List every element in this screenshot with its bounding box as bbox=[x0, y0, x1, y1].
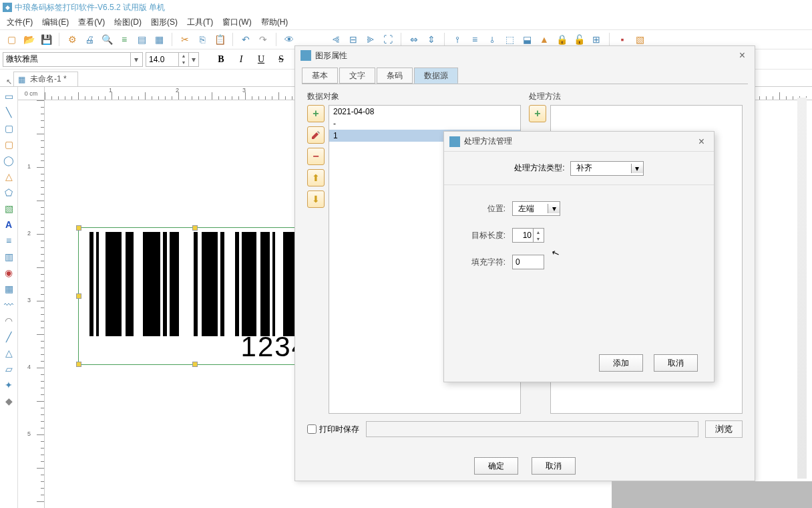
length-spinner[interactable]: ▲▼ bbox=[533, 229, 543, 242]
gear-icon[interactable]: ⚙ bbox=[65, 32, 79, 47]
bold-button[interactable]: B bbox=[212, 52, 230, 67]
fit-icon[interactable]: ⛶ bbox=[381, 32, 395, 47]
tool-rrect-icon[interactable]: ▢ bbox=[2, 138, 15, 151]
menu-file[interactable]: 文件(F) bbox=[3, 17, 37, 28]
tool-more-icon[interactable]: ◆ bbox=[2, 394, 15, 408]
new-icon[interactable]: ▢ bbox=[4, 32, 19, 47]
fill-input[interactable] bbox=[512, 255, 544, 269]
tab-barcode[interactable]: 条码 bbox=[377, 68, 413, 84]
size-input[interactable] bbox=[146, 53, 178, 66]
grid-icon[interactable]: ▦ bbox=[152, 32, 166, 47]
add-process-button[interactable]: + bbox=[529, 105, 546, 122]
snap-icon[interactable]: ⊞ bbox=[589, 32, 604, 47]
tool-diagonal-icon[interactable]: ╱ bbox=[2, 330, 15, 344]
document-tab[interactable]: 未命名-1 * bbox=[13, 72, 78, 86]
italic-button[interactable]: I bbox=[232, 52, 250, 67]
position-select[interactable]: 左端 ▾ bbox=[512, 201, 560, 216]
tool-polygon-icon[interactable]: ⬠ bbox=[2, 186, 15, 199]
close-icon[interactable]: × bbox=[735, 49, 749, 61]
open-icon[interactable]: 📂 bbox=[21, 32, 36, 47]
layers-icon[interactable]: ▤ bbox=[134, 32, 149, 47]
redo-icon[interactable]: ↷ bbox=[256, 32, 270, 47]
ungroup-icon[interactable]: ⬓ bbox=[520, 32, 534, 47]
tool-select-icon[interactable]: ▭ bbox=[2, 90, 15, 103]
unlock-icon[interactable]: 🔓 bbox=[572, 32, 586, 47]
menu-view[interactable]: 查看(V) bbox=[74, 17, 109, 28]
chevron-down-icon[interactable]: ▾ bbox=[631, 164, 643, 173]
chevron-down-icon[interactable]: ▾ bbox=[130, 53, 141, 66]
cursor-icon[interactable]: ↖ bbox=[4, 78, 13, 86]
tool-image-icon[interactable]: ▧ bbox=[2, 202, 15, 215]
undo-icon[interactable]: ↶ bbox=[238, 32, 253, 47]
zoom-icon[interactable]: 🔍 bbox=[99, 32, 114, 47]
copy-icon[interactable]: ⎘ bbox=[195, 32, 210, 47]
preview-icon[interactable]: 👁 bbox=[282, 32, 296, 47]
paste-icon[interactable]: 📋 bbox=[212, 32, 227, 47]
align-bot-icon[interactable]: ⫰ bbox=[485, 32, 499, 47]
list-item[interactable]: - bbox=[329, 118, 520, 130]
align-left-icon[interactable]: ⫷ bbox=[329, 32, 343, 47]
tool-rect-icon[interactable]: ▢ bbox=[2, 122, 15, 135]
align-center-icon[interactable]: ⊟ bbox=[346, 32, 361, 47]
dialog-titlebar[interactable]: 图形属性 × bbox=[295, 46, 755, 65]
tool-arc-icon[interactable]: ◠ bbox=[2, 314, 15, 328]
lock-icon[interactable]: 🔒 bbox=[554, 32, 569, 47]
cancel-button[interactable]: 取消 bbox=[654, 354, 698, 372]
chevron-down-icon[interactable]: ▾ bbox=[188, 53, 198, 66]
pdf-icon[interactable]: ▪ bbox=[615, 32, 630, 47]
cancel-button[interactable]: 取消 bbox=[532, 457, 576, 475]
ok-button[interactable]: 确定 bbox=[474, 457, 518, 475]
print-icon[interactable]: 🖨 bbox=[82, 32, 97, 47]
list-item[interactable]: 2021-04-08 bbox=[329, 106, 520, 118]
tab-text[interactable]: 文字 bbox=[339, 68, 375, 84]
size-combo[interactable]: ▲▼ ▾ bbox=[146, 52, 199, 67]
tool-triangle2-icon[interactable]: △ bbox=[2, 346, 15, 360]
export-icon[interactable]: ▧ bbox=[632, 32, 647, 47]
align-top-icon[interactable]: ⫯ bbox=[450, 32, 465, 47]
tool-text-icon[interactable]: A bbox=[2, 218, 15, 231]
tool-line-icon[interactable]: ╲ bbox=[2, 106, 15, 119]
tool-richtext-icon[interactable]: ≡ bbox=[2, 234, 15, 247]
tool-triangle-icon[interactable]: △ bbox=[2, 170, 15, 183]
type-select[interactable]: 补齐 ▾ bbox=[570, 161, 644, 176]
length-input[interactable]: ▲▼ bbox=[512, 228, 544, 243]
menu-help[interactable]: 帮助(H) bbox=[257, 17, 292, 28]
tool-curve-icon[interactable]: 〰 bbox=[2, 298, 15, 311]
menu-draw[interactable]: 绘图(D) bbox=[110, 17, 146, 28]
cut-icon[interactable]: ✂ bbox=[178, 32, 192, 47]
front-icon[interactable]: ▲ bbox=[537, 32, 552, 47]
align-right-icon[interactable]: ⫸ bbox=[363, 32, 378, 47]
remove-button[interactable]: − bbox=[307, 148, 325, 165]
menu-shape[interactable]: 图形(S) bbox=[147, 17, 182, 28]
add-button[interactable]: + bbox=[307, 105, 325, 122]
add-button[interactable]: 添加 bbox=[599, 354, 643, 372]
barcode-object[interactable]: 1234 bbox=[78, 227, 312, 365]
moveup-button[interactable]: ⬆ bbox=[307, 169, 325, 186]
dist-v-icon[interactable]: ⇕ bbox=[424, 32, 439, 47]
tab-data[interactable]: 数据源 bbox=[414, 68, 458, 84]
db-icon[interactable]: ≡ bbox=[117, 32, 132, 47]
size-spinner[interactable]: ▲▼ bbox=[178, 53, 188, 66]
tool-qr-icon[interactable]: ◉ bbox=[2, 266, 15, 279]
tool-ellipse-icon[interactable]: ◯ bbox=[2, 154, 15, 167]
menu-edit[interactable]: 编辑(E) bbox=[38, 17, 73, 28]
group-icon[interactable]: ⬚ bbox=[502, 32, 517, 47]
chevron-down-icon[interactable]: ▾ bbox=[548, 204, 560, 213]
strike-button[interactable]: S bbox=[272, 52, 290, 67]
menu-tool[interactable]: 工具(T) bbox=[183, 17, 217, 28]
tool-star-icon[interactable]: ✦ bbox=[2, 378, 15, 392]
tool-barcode-icon[interactable]: ▥ bbox=[2, 250, 15, 263]
scrollbar-vertical[interactable] bbox=[797, 98, 807, 479]
close-icon[interactable]: × bbox=[694, 136, 708, 148]
save-icon[interactable]: 💾 bbox=[39, 32, 53, 47]
dist-h-icon[interactable]: ⇔ bbox=[407, 32, 421, 47]
tool-shape-icon[interactable]: ▱ bbox=[2, 362, 15, 376]
dialog-titlebar[interactable]: 处理方法管理 × bbox=[444, 132, 714, 152]
movedown-button[interactable]: ⬇ bbox=[307, 190, 325, 208]
print-save-checkbox[interactable]: 打印时保存 bbox=[307, 424, 359, 435]
font-input[interactable] bbox=[3, 53, 130, 66]
tab-basic[interactable]: 基本 bbox=[302, 68, 338, 84]
edit-button[interactable] bbox=[307, 126, 325, 144]
menu-window[interactable]: 窗口(W) bbox=[218, 17, 255, 28]
align-mid-icon[interactable]: ≡ bbox=[467, 32, 482, 47]
